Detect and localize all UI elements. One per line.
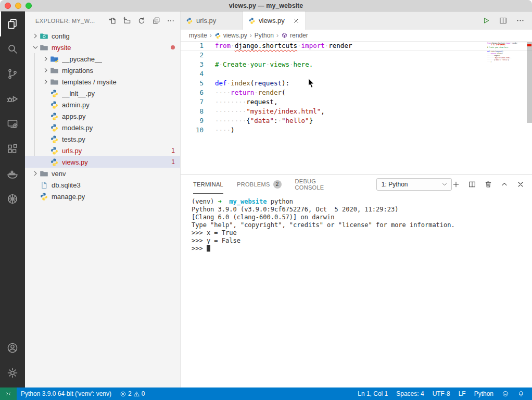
- status-notifications[interactable]: [513, 388, 529, 400]
- chevron-placeholder: [42, 158, 50, 166]
- activity-item-source-control[interactable]: [0, 61, 25, 86]
- tree-item-migrations[interactable]: migrations: [25, 65, 180, 76]
- folder-icon: [50, 78, 59, 86]
- file-label: views.py: [62, 158, 88, 166]
- warning-icon: [133, 391, 140, 397]
- breadcrumb-item-mysite[interactable]: mysite: [189, 32, 207, 39]
- activity-item-kubernetes[interactable]: [0, 186, 25, 211]
- status-python-interpreter[interactable]: Python 3.9.0 64-bit ('venv': venv): [17, 388, 116, 400]
- breadcrumb-item-render[interactable]: render: [281, 32, 308, 39]
- editor-tab-views-py[interactable]: views.py: [243, 11, 306, 30]
- activity-item-docker[interactable]: [0, 161, 25, 186]
- split-editor-button[interactable]: [499, 16, 508, 25]
- minimap[interactable]: from·django.shortcuts·import·render#·Cre…: [487, 42, 527, 172]
- close-panel-button[interactable]: [516, 180, 525, 189]
- status-cursor-position[interactable]: Ln 1, Col 1: [353, 388, 392, 400]
- terminal-shell-selector[interactable]: 1: Python: [376, 178, 452, 191]
- run-python-file-button[interactable]: [482, 16, 490, 25]
- code-text: ········{"data":·"hello"}: [215, 116, 313, 126]
- tree-item-mysite[interactable]: mysite: [25, 42, 180, 53]
- line-number: 8: [181, 107, 204, 116]
- more-actions-button[interactable]: [167, 17, 175, 25]
- cube-icon: [281, 32, 288, 39]
- code-text: from·django.shortcuts·import·render: [487, 42, 517, 44]
- activity-item-accounts[interactable]: [0, 335, 25, 360]
- terminal-line-6: >>> y = False: [192, 237, 532, 245]
- tree-item-views-py[interactable]: views.py1: [25, 156, 180, 168]
- kill-terminal-button[interactable]: [484, 180, 492, 189]
- activity-item-settings[interactable]: [0, 360, 25, 385]
- explorer-sidebar: EXPLORER: MY_W... configmysite__pycache_…: [25, 11, 181, 388]
- activity-item-run-debug[interactable]: [0, 86, 25, 111]
- chevron-right-icon: [31, 32, 40, 40]
- status-encoding[interactable]: UTF-8: [428, 388, 454, 400]
- chevron-placeholder: [31, 181, 40, 189]
- error-count: 2: [128, 390, 132, 397]
- code-editor[interactable]: 1from·django.shortcuts·import·render23#·…: [181, 41, 532, 174]
- chevron-placeholder: [42, 101, 50, 109]
- refresh-explorer-button[interactable]: [137, 17, 146, 25]
- activity-item-search[interactable]: [0, 36, 25, 61]
- line-number: 1: [181, 41, 204, 51]
- panel-tab-label: DEBUG CONSOLE: [295, 178, 341, 191]
- tree-item-templates-mysite[interactable]: templates / mysite: [25, 76, 180, 88]
- code-text: from·django.shortcuts·import·render: [215, 41, 352, 51]
- status-feedback[interactable]: [498, 388, 513, 400]
- activity-item-extensions[interactable]: [0, 136, 25, 161]
- code-text: #·Create·your·views·here.: [487, 46, 509, 48]
- editor-scrollbar[interactable]: [527, 42, 532, 123]
- titlebar: views.py — my_website: [0, 0, 532, 11]
- more-editor-actions-button[interactable]: [516, 16, 525, 25]
- terminal-output[interactable]: (venv) ➜ my_website pythonPython 3.9.0 (…: [181, 194, 532, 388]
- close-tab-icon[interactable]: [293, 17, 300, 24]
- tree-item-tests-py[interactable]: tests.py: [25, 133, 180, 145]
- activity-item-remote-explorer[interactable]: [0, 111, 25, 136]
- docker-icon: [6, 168, 19, 180]
- remote-indicator[interactable]: [0, 388, 17, 400]
- code-line-3: 3#·Create·your·views·here.: [181, 60, 532, 69]
- python-icon: [248, 17, 256, 24]
- remote-explorer-icon: [6, 118, 19, 130]
- panel-tab-debug-console[interactable]: DEBUG CONSOLE: [295, 175, 341, 194]
- file-label: templates / mysite: [62, 78, 117, 86]
- panel-tab-terminal[interactable]: TERMINAL: [193, 175, 223, 194]
- debug-icon: [6, 93, 19, 105]
- tree-item-urls-py[interactable]: urls.py1: [25, 145, 180, 156]
- code-text: #·Create·your·views·here.: [215, 60, 313, 69]
- tree-item-manage-py[interactable]: manage.py: [25, 191, 180, 202]
- editor-tab-urls-py[interactable]: urls.py: [181, 11, 243, 30]
- new-terminal-button[interactable]: [452, 180, 460, 189]
- file-label: __init__.py: [62, 90, 95, 97]
- tree-item--pycache-[interactable]: __pycache__: [25, 53, 180, 65]
- file-label: __pycache__: [62, 55, 102, 63]
- tree-item-config[interactable]: config: [25, 30, 180, 42]
- split-terminal-button[interactable]: [468, 180, 476, 189]
- tree-item--init-py[interactable]: __init__.py: [25, 88, 180, 99]
- tree-item-apps-py[interactable]: apps.py: [25, 110, 180, 122]
- chevron-right-icon: [31, 169, 40, 178]
- code-line-9: 9········{"data":·"hello"}: [181, 116, 532, 126]
- breadcrumb-separator: ›: [250, 32, 252, 39]
- new-file-button[interactable]: [108, 17, 117, 25]
- breadcrumb-item-python[interactable]: Python: [255, 32, 274, 39]
- panel-tab-label: PROBLEMS: [237, 181, 270, 188]
- collapse-folders-button[interactable]: [152, 17, 160, 25]
- status-language-mode[interactable]: Python: [470, 388, 498, 400]
- tree-item-db-sqlite3[interactable]: db.sqlite3: [25, 179, 180, 191]
- maximize-panel-button[interactable]: [500, 180, 509, 189]
- file-label: urls.py: [62, 147, 82, 155]
- tree-item-admin-py[interactable]: admin.py: [25, 99, 180, 110]
- editor-tab-bar: urls.pyviews.py: [181, 11, 532, 30]
- tab-label: views.py: [259, 17, 285, 24]
- breadcrumb-item-views-py[interactable]: views.py: [214, 32, 247, 39]
- panel-tab-problems[interactable]: PROBLEMS2: [237, 175, 282, 194]
- activity-item-explorer[interactable]: [0, 11, 25, 36]
- terminal-line-1: (venv) ➜ my_website python: [192, 198, 532, 206]
- status-eol[interactable]: LF: [454, 388, 470, 400]
- tree-item-venv[interactable]: venv: [25, 168, 180, 179]
- tree-item-models-py[interactable]: models.py: [25, 122, 180, 133]
- new-folder-button[interactable]: [123, 17, 131, 25]
- python-icon: [50, 146, 59, 155]
- status-indentation[interactable]: Spaces: 4: [392, 388, 428, 400]
- problems-summary[interactable]: 20: [116, 388, 149, 400]
